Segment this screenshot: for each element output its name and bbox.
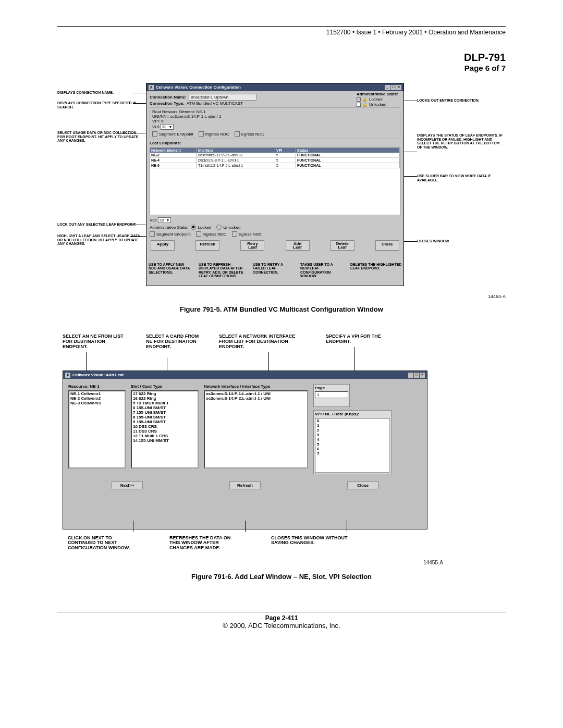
callout-r2: DISPLAYS THE STATUS OF LEAF ENDPOINTS. I… <box>417 133 506 150</box>
callout-r4: CLOSES WINDOW. <box>417 239 500 243</box>
callout-f2-next: CLICK ON NEXT TO CONTINUED TO NEXT CONFI… <box>68 536 141 550</box>
add-leaf-button[interactable]: Add Leaf <box>286 240 310 251</box>
list-item[interactable]: 11 DS3 CRS <box>132 429 198 434</box>
conn-type-label: Connection Type: <box>150 101 185 106</box>
locked-radio[interactable]: Locked <box>191 225 211 230</box>
add-leaf-window: X Cellworx Vision: Add Leaf _□× Resource… <box>63 371 427 529</box>
config-window-titlebar[interactable]: X Cellworx Vision: Connection Configurat… <box>146 83 403 91</box>
conn-type-value: ATM Bundled VC MULTICAST <box>187 101 243 106</box>
callout-retry: USE TO RETRY A FAILED LEAF CONNECTION. <box>253 263 292 278</box>
close-button[interactable]: Close <box>375 240 399 251</box>
segment-endpoint-check[interactable]: Segment Endpoint <box>152 131 193 137</box>
leaf-endpoints-label: Leaf Endpoints: <box>150 141 398 145</box>
page-value: 1 <box>315 391 348 398</box>
segment-endpoint-check2[interactable]: Segment Endpoint <box>150 231 191 237</box>
figure-number: 14464-A <box>488 294 506 299</box>
list-item[interactable]: 10 DS3 CRS <box>132 424 198 429</box>
locked-label: Locked <box>369 97 383 102</box>
list-item[interactable]: 4 <box>315 437 389 442</box>
list-item[interactable]: 7 155-UNI SM/ST <box>132 410 198 415</box>
list-item[interactable]: 2 <box>315 428 389 433</box>
egress-ndc-check[interactable]: Egress NDC <box>235 131 264 137</box>
list-item[interactable]: NE-1 Cellworx1 <box>69 391 125 396</box>
slot-list[interactable]: 17 622 Ring 16 622 Ring 5 T3 TMUX Multi … <box>131 390 199 468</box>
close-icon[interactable]: X <box>149 85 154 90</box>
apply-button[interactable]: Apply <box>151 240 175 251</box>
page-box: Page 1 <box>313 384 350 407</box>
footer-page: Page 2-411 <box>57 614 506 622</box>
vpi-rate-box: VPI / NE / Rate (Kbps): 0 1 2 3 4 5 6 7 <box>313 410 391 474</box>
list-item[interactable]: NE-3 Cellworx3 <box>69 401 125 405</box>
vci-dropdown[interactable]: 32▼ <box>161 124 174 130</box>
close-icon[interactable]: X <box>65 373 70 378</box>
resource-label: Resource: NE-1 <box>68 384 126 389</box>
list-item[interactable]: oc3cmm:S-14:P-1:L-atm:I-1 / UNI <box>205 391 307 396</box>
list-item[interactable]: 3 <box>315 433 389 437</box>
window-controls[interactable]: _□× <box>384 84 401 90</box>
config-window-title: Cellworx Vision: Connection Configuratio… <box>156 85 241 90</box>
list-item[interactable]: 8 155-UNI SM/ST <box>132 415 198 419</box>
dlp-title: DLP-791 <box>57 52 506 64</box>
root-ne: Root Network Element: NE-1 <box>152 109 398 114</box>
callout-f2-close: CLOSES THIS WINDOW WITHOUT SAVING CHANGE… <box>271 536 365 550</box>
resource-list[interactable]: NE-1 Cellworx1 NE-2 Cellworx2 NE-3 Cellw… <box>68 390 126 468</box>
callout-l1: DISPLAYS CONNECTION NAME. <box>57 91 141 95</box>
list-item[interactable]: 6 <box>315 447 389 451</box>
table-row[interactable]: NE-4DS3crs:S-8:P-1:L-atm:I-15FUNCTIONAL <box>150 158 400 163</box>
callout-l4: LOCK OUT ANY SELECTED LEAF ENDPOINT. <box>57 223 141 227</box>
add-leaf-titlebar[interactable]: X Cellworx Vision: Add Leaf _□× <box>63 371 427 379</box>
running-header: 1152700 • Issue 1 • February 2001 • Oper… <box>57 29 506 36</box>
callout-apply: USE TO APPLY NEW NDC AND USAGE DATA SELE… <box>149 263 190 278</box>
vpi-list[interactable]: 0 1 2 3 4 5 6 7 <box>315 418 390 473</box>
callout-f2-refresh: REFRESHES THE DATA ON THIS WINDOW AFTER … <box>169 536 242 550</box>
callout-l5: HIGHLIGHT A LEAF AND SELECT USAGE DATA O… <box>57 234 141 246</box>
close-button-2[interactable]: Close <box>347 482 378 489</box>
vci-label: VCI: <box>152 125 161 129</box>
list-item[interactable]: 6 155-UNI SM/ST <box>132 405 198 410</box>
callout-f2-c3: SELECT A NETWORK INTERFACE FROM LIST FOR… <box>219 334 308 350</box>
table-row[interactable]: NE-2oc3cmm:S-11:P-2:L-atm:I-15FUNCTIONAL <box>150 153 400 158</box>
delete-leaf-button[interactable]: Delete Leaf <box>331 240 354 251</box>
callout-r1: LOCKS OUT ENTIRE CONNECTION. <box>417 98 500 103</box>
figure1-caption: Figure 791-5. ATM Bundled VC Multicast C… <box>57 305 506 313</box>
slot-label: Slot / Card Type <box>131 384 199 389</box>
table-row[interactable]: NE-6T1multi1:S-14:P-5:L-atm:I-15FUNCTION… <box>150 163 400 168</box>
list-item[interactable]: 14 155-UNI MM/ST <box>132 438 198 443</box>
net-list[interactable]: oc3cmm:S-14:P-1:L-atm:I-1 / UNI oc3cmm:S… <box>204 390 308 468</box>
window-controls[interactable]: _□× <box>408 372 425 378</box>
config-window: X Cellworx Vision: Connection Configurat… <box>146 83 404 286</box>
retry-leaf-button[interactable]: Retry Leaf <box>240 240 264 251</box>
list-item[interactable]: 5 <box>315 442 389 447</box>
unlocked-radio[interactable]: Unlocked <box>216 225 240 230</box>
vci2-dropdown[interactable]: 32▼ <box>158 217 172 223</box>
ingress-ndc-check2[interactable]: Ingress NDC <box>196 231 227 237</box>
figure2-caption: Figure 791-6. Add Leaf Window – NE, Slot… <box>57 573 506 581</box>
list-item[interactable]: 12 T1 Multi 1 CRS <box>132 434 198 438</box>
list-item[interactable]: 9 155-UNI SM/ST <box>132 419 198 424</box>
leaf-endpoints-table[interactable]: Network Element Interface VPI Status NE-… <box>150 147 400 215</box>
list-item[interactable]: 1 <box>315 423 389 428</box>
callout-l2: DISPLAYS CONNECTION TYPE SPECIFIED IN SE… <box>57 101 141 109</box>
callout-r3: USE SLIDER BAR TO VIEW MORE DATA IF AVAI… <box>417 174 500 182</box>
callout-refresh: USE TO REFRESH DISPLAYED DATA AFTER RETR… <box>199 263 244 278</box>
callout-delete: DELETES THE HIGHLIGHTED LEAF ENDPOINT. <box>350 263 408 278</box>
conn-name-label: Connection Name: <box>150 95 187 100</box>
ingress-ndc-check[interactable]: Ingress NDC <box>199 131 229 137</box>
list-item[interactable]: NE-2 Cellworx2 <box>69 396 125 401</box>
list-item[interactable]: 17 622 Ring <box>132 391 198 396</box>
list-item[interactable]: 16 622 Ring <box>132 396 198 401</box>
refresh-button-2[interactable]: Refresh <box>229 482 261 489</box>
list-item[interactable]: 0 <box>315 418 389 423</box>
list-item[interactable]: oc3cmm:S-14:P-2:L-atm:I-1 / UNI <box>205 396 307 401</box>
vpi: VPI: 5 <box>152 119 398 124</box>
next-button[interactable]: Next>> <box>112 482 143 489</box>
list-item[interactable]: 7 <box>315 451 389 456</box>
figure2-number: 14455-A <box>57 560 443 565</box>
page-of: Page 6 of 7 <box>57 64 506 72</box>
conn-name-field[interactable]: Broadcast-1 Uptown <box>189 94 256 101</box>
egress-ndc-check2[interactable]: Egress NDC <box>232 231 262 237</box>
uni-nni: UNI/NNI: oc3cmm:S-14:P-1:L-atm:I-1 <box>152 114 398 119</box>
add-leaf-window-title: Cellworx Vision: Add Leaf <box>72 373 124 377</box>
list-item[interactable]: 5 T3 TMUX Multi 1 <box>132 401 198 405</box>
refresh-button[interactable]: Refresh <box>195 240 219 251</box>
